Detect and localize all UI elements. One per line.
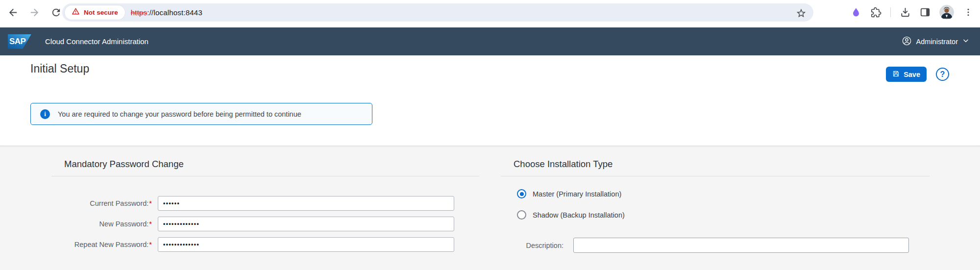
chevron-down-icon xyxy=(962,37,969,46)
user-name: Administrator xyxy=(916,38,958,46)
setup-content-area: Mandatory Password Change Current Passwo… xyxy=(0,146,980,270)
app-title: Cloud Connector Administration xyxy=(45,37,148,46)
new-password-input[interactable] xyxy=(158,217,454,231)
profile-avatar[interactable] xyxy=(939,5,954,20)
password-change-section: Mandatory Password Change Current Passwo… xyxy=(51,159,479,252)
required-mark: * xyxy=(149,241,152,248)
help-glyph: ? xyxy=(940,70,945,79)
radio-master-label: Master (Primary Installation) xyxy=(533,190,621,198)
installation-section-title: Choose Installation Type xyxy=(514,159,930,170)
info-message-box: i You are required to change your passwo… xyxy=(30,103,372,125)
save-button[interactable]: Save xyxy=(886,67,927,82)
reload-icon[interactable] xyxy=(50,6,62,18)
url-text[interactable]: https://localhost:8443 xyxy=(131,8,202,17)
forward-icon[interactable] xyxy=(28,6,40,18)
user-menu[interactable]: Administrator xyxy=(902,36,969,48)
not-secure-label: Not secure xyxy=(84,9,118,16)
password-extension-droplet-icon[interactable] xyxy=(850,6,862,18)
side-panel-icon[interactable] xyxy=(919,6,931,18)
menu-kebab-icon[interactable] xyxy=(962,6,974,18)
section-divider xyxy=(501,176,930,176)
save-button-label: Save xyxy=(904,71,920,78)
new-password-label: New Password:* xyxy=(51,220,152,228)
new-password-row: New Password:* xyxy=(51,217,479,231)
user-avatar-icon xyxy=(902,36,912,48)
sap-shell-header: SAP Cloud Connector Administration Admin… xyxy=(0,27,980,55)
download-icon[interactable] xyxy=(899,6,911,18)
current-password-input[interactable] xyxy=(158,196,454,211)
radio-shadow-label: Shadow (Backup Installation) xyxy=(533,211,625,219)
back-icon[interactable] xyxy=(7,6,19,18)
password-section-title: Mandatory Password Change xyxy=(64,159,479,170)
current-password-label: Current Password:* xyxy=(51,199,152,207)
repeat-password-input[interactable] xyxy=(158,237,454,252)
url-rest: ://localhost:8443 xyxy=(147,8,202,17)
radio-shadow-circle[interactable] xyxy=(517,210,526,220)
page-title: Initial Setup xyxy=(30,62,89,75)
current-password-row: Current Password:* xyxy=(51,196,479,211)
description-input[interactable] xyxy=(573,238,909,253)
info-message-text: You are required to change your password… xyxy=(58,110,301,118)
warning-icon xyxy=(72,7,80,18)
bookmark-star-icon[interactable] xyxy=(795,7,807,19)
radio-master[interactable]: Master (Primary Installation) xyxy=(517,189,930,198)
toolbar-separator xyxy=(890,7,891,17)
repeat-password-label: Repeat New Password:* xyxy=(51,241,152,248)
address-bar[interactable]: Not secure https://localhost:8443 xyxy=(62,3,813,22)
extensions-icon[interactable] xyxy=(870,6,882,18)
info-icon: i xyxy=(40,109,50,119)
required-mark: * xyxy=(149,199,152,207)
repeat-password-row: Repeat New Password:* xyxy=(51,237,479,252)
description-label: Description: xyxy=(501,242,564,249)
save-floppy-icon xyxy=(892,70,900,79)
installation-type-section: Choose Installation Type Master (Primary… xyxy=(501,159,930,253)
required-mark: * xyxy=(149,220,152,228)
help-button[interactable]: ? xyxy=(936,68,949,81)
section-divider xyxy=(51,176,479,176)
not-secure-chip[interactable]: Not secure xyxy=(65,5,125,20)
description-row: Description: xyxy=(501,238,930,253)
radio-shadow[interactable]: Shadow (Backup Installation) xyxy=(517,210,930,220)
browser-toolbar: Not secure https://localhost:8443 xyxy=(0,0,980,27)
sap-logo: SAP xyxy=(8,34,31,49)
radio-master-circle[interactable] xyxy=(517,189,526,198)
url-scheme-struck: https xyxy=(131,8,147,17)
